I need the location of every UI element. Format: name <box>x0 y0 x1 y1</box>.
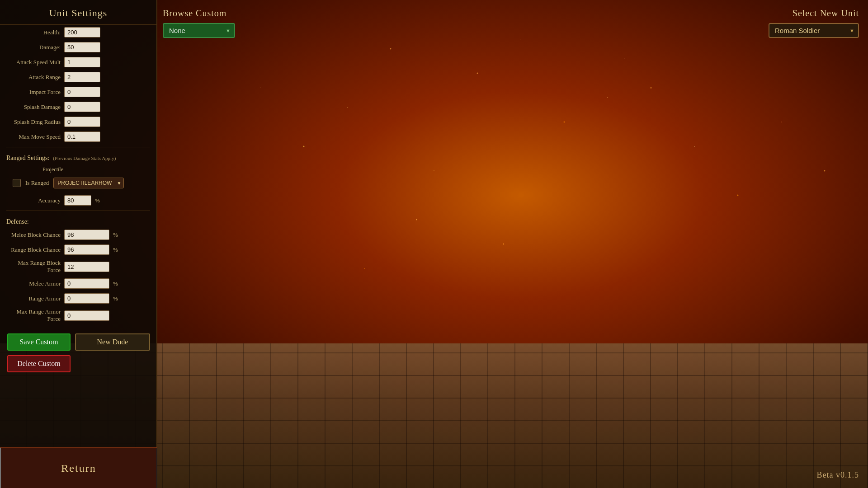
divider-1 <box>6 147 150 147</box>
melee-block-chance-label: Melee Block Chance <box>6 231 61 239</box>
range-armor-unit: % <box>113 295 120 302</box>
attack-range-label: Attack Range <box>6 74 61 81</box>
splash-damage-label: Splash Damage <box>6 103 61 111</box>
projectile-dropdown[interactable]: PROJECTILEARROW PROJECTILEJAVELIN PROJEC… <box>53 178 124 188</box>
accuracy-pct: % <box>95 197 100 204</box>
melee-armor-label: Melee Armor <box>6 280 61 287</box>
range-armor-input[interactable] <box>64 293 109 304</box>
field-row-splash-radius: Splash Dmg Radius <box>0 114 156 129</box>
ranged-header-sub: (Previous Damage Stats Apply) <box>53 155 116 161</box>
impact-force-input[interactable] <box>64 87 100 97</box>
new-dude-button[interactable]: New Dude <box>75 333 150 351</box>
field-row-range-block: Range Block Chance % <box>0 242 156 257</box>
defense-header-label: Defense: <box>6 218 29 225</box>
max-range-block-force-label: Max Range Block Force <box>6 259 61 274</box>
beta-version: Beta v0.1.5 <box>817 470 859 480</box>
attack-speed-mult-label: Attack Speed Mult <box>6 59 61 66</box>
field-row-max-move-speed: Max Move Speed <box>0 129 156 144</box>
field-row-melee-armor: Melee Armor % <box>0 276 156 291</box>
divider-2 <box>6 211 150 211</box>
impact-force-label: Impact Force <box>6 89 61 96</box>
projectile-row: Projectile Is Ranged PROJECTILEARROW PRO… <box>0 164 156 193</box>
btn-row-2: Delete Custom <box>7 355 150 372</box>
panel-title: Unit Settings <box>0 0 156 25</box>
range-block-chance-input[interactable] <box>64 244 109 255</box>
attack-speed-mult-input[interactable] <box>64 57 100 67</box>
projectile-dropdown-wrapper: PROJECTILEARROW PROJECTILEJAVELIN PROJEC… <box>53 178 124 188</box>
unit-dropdown[interactable]: Roman Soldier Greek Hoplite Viking Warri… <box>769 23 859 38</box>
projectile-label: Projectile <box>42 166 63 173</box>
damage-label: Damage: <box>6 44 61 51</box>
defense-section-header: Defense: <box>0 214 156 227</box>
splash-dmg-radius-input[interactable] <box>64 117 100 127</box>
range-armor-label: Range Armor <box>6 295 61 302</box>
is-ranged-checkbox[interactable] <box>13 179 21 187</box>
field-row-attack-range: Attack Range <box>0 70 156 84</box>
btn-row-1: Save Custom New Dude <box>7 333 150 351</box>
field-row-impact-force: Impact Force <box>0 84 156 99</box>
max-move-speed-input[interactable] <box>64 131 100 142</box>
browse-dropdown[interactable]: None <box>163 23 235 38</box>
range-block-chance-label: Range Block Chance <box>6 246 61 253</box>
health-input[interactable] <box>64 27 100 38</box>
field-row-damage: Damage: <box>0 40 156 55</box>
delete-custom-button[interactable]: Delete Custom <box>7 355 71 372</box>
field-row-splash-damage: Splash Damage <box>0 99 156 114</box>
buttons-area: Save Custom New Dude Delete Custom <box>0 326 157 380</box>
left-panel: Unit Settings Health: Damage: Attack Spe… <box>0 0 157 488</box>
field-row-max-range-armor-force: Max Range Armor Force <box>0 306 156 325</box>
select-unit-title: Select New Unit <box>769 8 859 19</box>
max-range-armor-force-input[interactable] <box>64 310 109 321</box>
unit-dropdown-wrapper: Roman Soldier Greek Hoplite Viking Warri… <box>769 23 859 38</box>
field-row-max-range-block-force: Max Range Block Force <box>0 257 156 276</box>
melee-block-chance-input[interactable] <box>64 230 109 240</box>
save-custom-button[interactable]: Save Custom <box>7 333 71 351</box>
is-ranged-label: Is Ranged <box>25 179 49 187</box>
attack-range-input[interactable] <box>64 72 100 82</box>
browse-section: Browse Custom None <box>163 8 235 38</box>
field-row-melee-block: Melee Block Chance % <box>0 227 156 242</box>
splash-dmg-radius-label: Splash Dmg Radius <box>6 118 61 126</box>
health-label: Health: <box>6 29 61 36</box>
accuracy-row: Accuracy % <box>0 193 156 208</box>
melee-armor-unit: % <box>113 280 120 287</box>
accuracy-label: Accuracy <box>6 197 61 204</box>
melee-armor-input[interactable] <box>64 278 109 289</box>
browse-dropdown-wrapper: None <box>163 23 235 38</box>
is-ranged-row: Is Ranged PROJECTILEARROW PROJECTILEJAVE… <box>6 176 130 190</box>
max-range-armor-force-label: Max Range Armor Force <box>6 308 61 323</box>
max-move-speed-label: Max Move Speed <box>6 133 61 141</box>
melee-block-unit: % <box>113 231 120 239</box>
field-row-health: Health: <box>0 25 156 40</box>
ranged-header-label: Ranged Settings: <box>6 155 49 162</box>
field-row-range-armor: Range Armor % <box>0 291 156 306</box>
browse-title: Browse Custom <box>163 8 235 19</box>
max-range-block-force-input[interactable] <box>64 262 109 272</box>
splash-damage-input[interactable] <box>64 102 100 112</box>
select-unit-section: Select New Unit Roman Soldier Greek Hopl… <box>769 8 859 38</box>
field-row-attack-speed: Attack Speed Mult <box>0 55 156 70</box>
return-button[interactable]: Return <box>0 447 157 488</box>
ranged-section-header: Ranged Settings: (Previous Damage Stats … <box>0 150 156 164</box>
damage-input[interactable] <box>64 42 100 52</box>
range-block-unit: % <box>113 246 120 253</box>
accuracy-input[interactable] <box>64 195 91 206</box>
